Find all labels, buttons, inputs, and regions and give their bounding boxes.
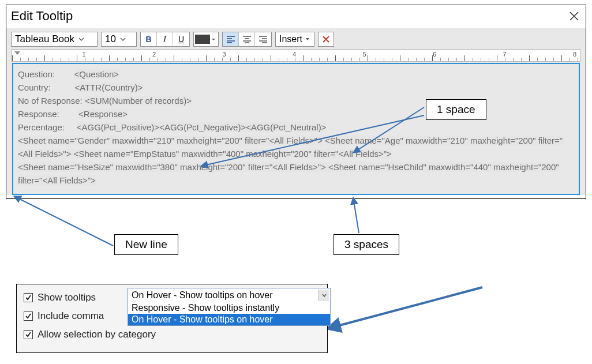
font-family-value: Tableau Book xyxy=(15,33,74,45)
color-swatch xyxy=(195,35,210,44)
ruler[interactable]: 1 2 3 4 5 6 7 8 xyxy=(12,49,580,62)
font-family-select[interactable]: Tableau Book xyxy=(11,32,98,47)
svg-line-2 xyxy=(14,196,113,246)
align-group xyxy=(222,32,272,47)
dropdown-option-onhover[interactable]: On Hover - Show tooltips on hover xyxy=(128,314,330,325)
include-command-checkbox[interactable] xyxy=(24,312,33,321)
close-icon[interactable] xyxy=(568,10,580,22)
tooltip-options-panel: Show tooltips Include comma Allow select… xyxy=(16,284,328,353)
show-tooltips-checkbox[interactable] xyxy=(24,293,33,302)
font-size-value: 10 xyxy=(105,33,116,45)
sheet-refs-line2: <Sheet name="HseSize" maxwidth="380" max… xyxy=(18,162,559,185)
align-right-button[interactable] xyxy=(255,32,271,46)
style-group: B I U xyxy=(140,32,190,47)
italic-button[interactable]: I xyxy=(157,32,173,46)
align-left-button[interactable] xyxy=(223,32,239,46)
align-center-button[interactable] xyxy=(239,32,255,46)
format-toolbar: Tableau Book 10 B I U xyxy=(11,32,581,47)
font-color-picker[interactable] xyxy=(193,32,219,47)
allow-selection-checkbox[interactable] xyxy=(24,330,33,339)
include-command-label: Include comma xyxy=(38,310,104,322)
annotation-one-space: 1 space xyxy=(426,99,486,120)
insert-label: Insert xyxy=(279,34,302,44)
titlebar: Edit Tooltip xyxy=(6,5,586,28)
allow-selection-label: Allow selection by category xyxy=(38,329,156,340)
insert-button[interactable]: Insert xyxy=(275,32,314,47)
svg-line-3 xyxy=(353,197,359,233)
annotation-new-line: New line xyxy=(114,234,178,255)
dropdown-option-responsive[interactable]: Responsive - Show tooltips instantly xyxy=(128,302,330,314)
clear-button[interactable] xyxy=(318,32,334,47)
sheet-refs-line1: <Sheet name="Gender" maxwidth="210" maxh… xyxy=(18,136,563,159)
font-size-select[interactable]: 10 xyxy=(101,32,137,47)
tooltip-editor[interactable]: Question: <Question> Country: <ATTR(Coun… xyxy=(12,63,580,195)
edit-tooltip-dialog: Edit Tooltip Tableau Book 10 B I U xyxy=(6,5,586,199)
svg-line-4 xyxy=(327,287,482,329)
dialog-title: Edit Tooltip xyxy=(11,9,73,24)
annotation-three-spaces: 3 spaces xyxy=(334,234,399,255)
dropdown-list: Responsive - Show tooltips instantly On … xyxy=(128,302,330,325)
toolbar-area: Tableau Book 10 B I U xyxy=(6,28,586,195)
dropdown-selected: On Hover - Show tooltips on hover xyxy=(132,290,273,301)
bold-button[interactable]: B xyxy=(141,32,157,46)
show-tooltips-label: Show tooltips xyxy=(38,292,96,303)
tooltip-mode-dropdown[interactable]: On Hover - Show tooltips on hover Respon… xyxy=(128,288,331,326)
underline-button[interactable]: U xyxy=(173,32,189,46)
chevron-down-icon[interactable] xyxy=(319,290,329,301)
